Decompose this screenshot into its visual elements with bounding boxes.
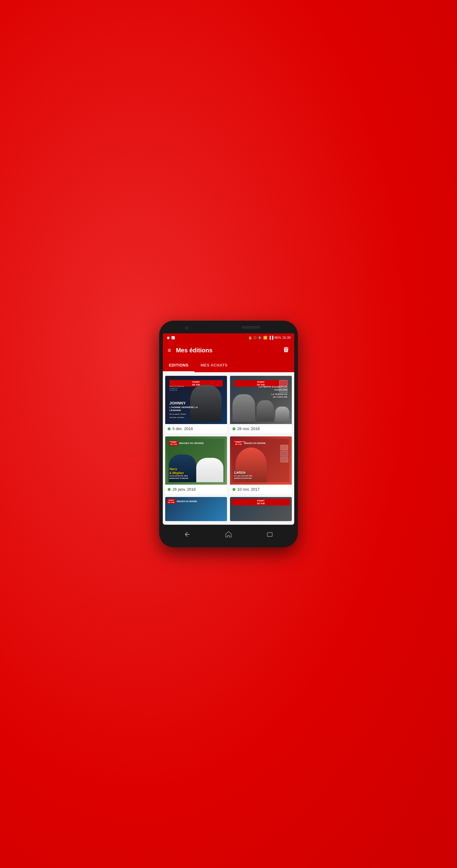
- phone-wrapper: ⏰ 📈 🔒 ⬡ 🔇 📶 ▐▐ 85% 15:39 ≡ Mes: [156, 299, 301, 569]
- speaker: [242, 326, 260, 329]
- signal-icon: ▐▐: [269, 336, 273, 339]
- status-left-icons: ⏰ 📈: [166, 336, 175, 339]
- available-dot: [233, 427, 236, 430]
- magazine-date-4: 10 nov. 2017: [237, 487, 260, 492]
- list-item[interactable]: POINT DE VUE HARRY ET MEGHAN LE PALAIS D…: [165, 376, 227, 433]
- magazine-info-1: 5 déc. 2018: [165, 424, 227, 433]
- magazine-grid-container: POINT DE VUE HARRY ET MEGHAN LE PALAIS D…: [163, 372, 294, 525]
- camera: [185, 327, 188, 330]
- lock-icon: 🔒: [248, 336, 252, 340]
- magazine-cover-4: POINT DE VUE IMAGES DU MONDE Spécial Joa…: [230, 436, 292, 485]
- list-item[interactable]: POINT DE VUE: [230, 376, 292, 433]
- tab-mes-achats[interactable]: MES ACHATS: [194, 359, 234, 372]
- magazine-cover-2: POINT DE VUE: [230, 376, 292, 424]
- home-button[interactable]: [225, 531, 232, 539]
- delete-button[interactable]: [283, 346, 290, 354]
- cover-text-1: JOHNNY L'HOMME DERRIÈRE LA LÉGENDE Un an…: [170, 401, 201, 419]
- list-item[interactable]: POINT DE VUE IMAGES DU MONDE Mariages: [165, 436, 227, 494]
- magazine-info-2: 28 nov. 2018: [230, 424, 292, 433]
- alarm-icon: ⏰: [166, 336, 170, 339]
- magazine-grid: POINT DE VUE HARRY ET MEGHAN LE PALAIS D…: [165, 376, 292, 521]
- available-dot: [167, 488, 171, 491]
- status-time: 15:39: [282, 336, 291, 339]
- tab-editions[interactable]: EDITIONS: [163, 359, 194, 372]
- magazine-cover-3: POINT DE VUE IMAGES DU MONDE Mariages: [165, 436, 227, 485]
- battery-percent: 85%: [274, 336, 281, 339]
- app-bar-title: Mes éditions: [176, 347, 283, 354]
- phone-screen: ⏰ 📈 🔒 ⬡ 🔇 📶 ▐▐ 85% 15:39 ≡ Mes: [163, 333, 294, 525]
- back-button[interactable]: [184, 531, 191, 539]
- magazine-date-2: 28 nov. 2018: [237, 427, 260, 431]
- health-icon: 📈: [171, 336, 175, 339]
- app-bar: ≡ Mes éditions: [163, 342, 294, 359]
- magazine-cover-6: POINT DE VUE: [230, 497, 292, 521]
- magazine-cover-1: POINT DE VUE HARRY ET MEGHAN LE PALAIS D…: [165, 376, 227, 424]
- bottom-nav: [163, 527, 294, 543]
- trash-icon: [283, 346, 290, 353]
- list-item[interactable]: POINT DE VUE: [230, 497, 292, 521]
- phone-device: ⏰ 📈 🔒 ⬡ 🔇 📶 ▐▐ 85% 15:39 ≡ Mes: [159, 321, 298, 547]
- magazine-cover-5: POINT DE VUE IMAGES DU MONDE: [165, 497, 227, 521]
- list-item[interactable]: POINT DE VUE IMAGES DU MONDE: [165, 497, 227, 521]
- svg-rect-0: [267, 532, 272, 536]
- point-de-vue-badge: POINT DE VUE: [232, 499, 290, 505]
- cover-text-2: LA FIERTÉ D'ALBERT ET CHARLÈNE LA TENDRE…: [256, 385, 287, 398]
- magazine-info-4: 10 nov. 2017: [230, 485, 292, 494]
- recent-apps-button[interactable]: [266, 531, 273, 539]
- list-item[interactable]: POINT DE VUE IMAGES DU MONDE Spécial Joa…: [230, 436, 292, 494]
- cover-text-3: Harry& Meghan LE PLUS ROYAL DESMARIAGES …: [170, 467, 188, 480]
- available-dot: [167, 427, 171, 430]
- images-du-monde-badge: POINT DE VUE IMAGES DU MONDE: [170, 441, 223, 446]
- mute-icon: 🔇: [258, 336, 262, 340]
- hamburger-menu-button[interactable]: ≡: [167, 347, 171, 354]
- magazine-date-1: 5 déc. 2018: [173, 427, 193, 431]
- magazine-info-3: 26 janv. 2018: [165, 485, 227, 494]
- tab-bar: EDITIONS MES ACHATS: [163, 359, 294, 372]
- magazine-date-3: 26 janv. 2018: [173, 487, 196, 492]
- available-dot: [233, 488, 236, 491]
- cover-text-4: Letizia ET LES JOYAUX DESREINES D'ESPAGN…: [234, 470, 253, 480]
- bluetooth-icon: ⬡: [253, 336, 256, 340]
- status-bar: ⏰ 📈 🔒 ⬡ 🔇 📶 ▐▐ 85% 15:39: [163, 333, 294, 342]
- status-right: 🔒 ⬡ 🔇 📶 ▐▐ 85% 15:39: [248, 336, 291, 340]
- wifi-icon: 📶: [263, 336, 267, 340]
